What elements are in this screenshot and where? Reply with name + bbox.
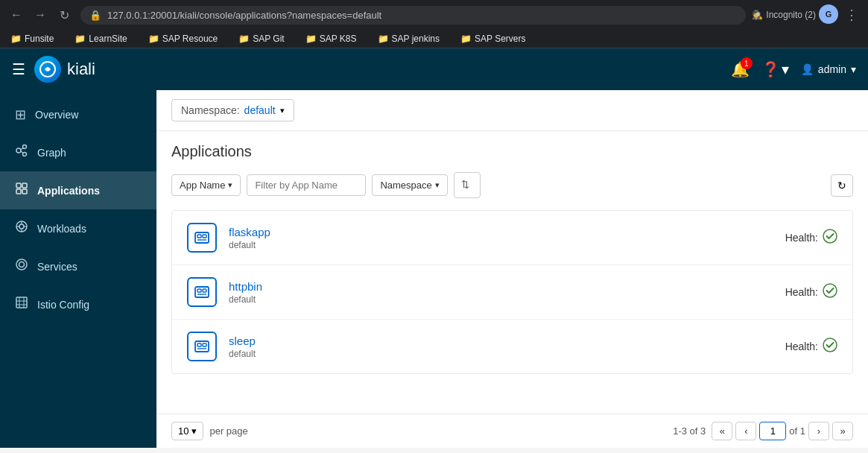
address-bar[interactable]: 🔒 127.0.0.1:20001/kiali/console/applicat…: [80, 6, 746, 25]
folder-icon: 📁: [75, 34, 86, 44]
namespace-bar: Namespace: default ▾: [156, 90, 868, 131]
bookmark-label: SAP jenkins: [392, 34, 440, 44]
namespace-chevron-icon: ▾: [280, 106, 285, 115]
overview-icon: ⊞: [15, 107, 26, 123]
svg-line-4: [21, 148, 23, 151]
sidebar-item-graph[interactable]: Graph: [0, 133, 156, 171]
lock-icon: 🔒: [89, 10, 101, 21]
bookmark-label: Funsite: [25, 34, 54, 44]
sidebar-label-workloads: Workloads: [37, 223, 86, 235]
app-icon-flaskapp: [187, 223, 217, 253]
namespace-dropdown[interactable]: Namespace: default ▾: [171, 99, 294, 121]
pagination-of-label: of 1: [789, 425, 805, 437]
svg-point-33: [823, 284, 837, 297]
sidebar-label-services: Services: [37, 261, 77, 273]
more-button[interactable]: ⋮: [841, 4, 862, 25]
bookmark-learnsite[interactable]: 📁LearnSite: [70, 32, 131, 45]
folder-icon: 📁: [238, 34, 250, 44]
app-name-filter-dropdown[interactable]: App Name ▾: [171, 174, 241, 196]
sidebar-item-overview[interactable]: ⊞ Overview: [0, 96, 156, 133]
user-label: admin: [818, 63, 846, 75]
user-menu-button[interactable]: 👤 admin ▾: [801, 63, 856, 75]
namespace-filter-label: Namespace: [380, 180, 431, 191]
prev-page-button[interactable]: ‹: [735, 422, 756, 440]
reload-button[interactable]: ↻: [54, 4, 75, 25]
incognito-indicator: 🕵 Incognito (2): [752, 4, 816, 25]
sidebar-item-workloads[interactable]: Workloads: [0, 209, 156, 247]
svg-line-5: [21, 151, 23, 153]
folder-icon: 📁: [10, 34, 22, 44]
app-name-flaskapp[interactable]: flaskapp: [229, 226, 773, 238]
svg-rect-18: [16, 297, 27, 308]
svg-rect-6: [16, 183, 21, 188]
bookmark-sap-servers[interactable]: 📁SAP Servers: [456, 32, 530, 45]
health-info-flaskapp: Health:: [785, 229, 837, 247]
notification-button[interactable]: 🔔 1: [731, 60, 750, 78]
kiali-logo-icon: [34, 56, 61, 83]
last-page-button[interactable]: »: [832, 422, 853, 440]
graph-icon: [15, 144, 28, 161]
hamburger-button[interactable]: ☰: [12, 60, 25, 78]
app-namespace-httpbin: default: [229, 294, 773, 305]
pagination-info: 1-3 of 3: [673, 425, 706, 437]
app-list-item-flaskapp: flaskapp default Health:: [172, 211, 852, 265]
app-name-sleep[interactable]: sleep: [229, 335, 773, 347]
bookmark-label: LearnSite: [89, 34, 127, 44]
svg-rect-35: [197, 343, 201, 346]
refresh-button[interactable]: ↻: [831, 174, 853, 197]
refresh-icon: ↻: [837, 180, 846, 191]
app-header: ☰ kiali 🔔 1 ❓ ▾ 👤: [0, 48, 868, 90]
first-page-button[interactable]: «: [712, 422, 732, 440]
health-label-sleep: Health:: [785, 340, 818, 352]
per-page-dropdown[interactable]: 10 ▾: [171, 422, 203, 440]
svg-rect-31: [203, 289, 206, 292]
bookmark-sap-jenkins[interactable]: 📁SAP jenkins: [373, 32, 444, 45]
filter-bar: App Name ▾ Namespace ▾ ⇅: [171, 172, 853, 198]
app-name-httpbin[interactable]: httpbin: [229, 280, 773, 293]
bookmark-label: SAP K8S: [320, 34, 357, 44]
bookmark-funsite[interactable]: 📁Funsite: [6, 32, 58, 45]
bookmark-sap-resource[interactable]: 📁SAP Resouce: [144, 32, 223, 45]
svg-point-1: [16, 148, 21, 153]
app-wrapper: ☰ kiali 🔔 1 ❓ ▾ 👤: [0, 48, 868, 448]
browser-profile[interactable]: G: [819, 4, 838, 24]
notification-badge: 1: [741, 57, 753, 69]
page-number-input[interactable]: [759, 422, 786, 440]
kiali-logo-text: kiali: [67, 60, 95, 79]
health-label-httpbin: Health:: [785, 286, 818, 298]
svg-text:⇅: ⇅: [461, 179, 469, 190]
browser-nav-buttons: ← → ↻: [6, 4, 75, 25]
svg-rect-7: [22, 183, 27, 188]
workloads-icon: [15, 220, 28, 237]
svg-point-3: [23, 153, 27, 156]
sidebar-item-applications[interactable]: Applications: [0, 171, 156, 209]
svg-rect-36: [203, 343, 206, 346]
filter-by-app-name-input[interactable]: [247, 174, 366, 196]
sidebar-item-istio-config[interactable]: Istio Config: [0, 285, 156, 323]
svg-rect-26: [203, 235, 206, 238]
health-icon-httpbin: [823, 283, 837, 302]
bookmark-sap-git[interactable]: 📁SAP Git: [234, 32, 288, 45]
sort-button[interactable]: ⇅: [454, 172, 481, 198]
next-page-button[interactable]: ›: [808, 422, 829, 440]
app-namespace-flaskapp: default: [229, 240, 773, 250]
health-icon-sleep: [823, 338, 837, 356]
browser-actions: 🕵 Incognito (2) G ⋮: [752, 4, 862, 25]
namespace-filter-dropdown[interactable]: Namespace ▾: [372, 174, 447, 196]
bookmark-sap-k8s[interactable]: 📁SAP K8S: [301, 32, 361, 45]
header-right: 🔔 1 ❓ ▾ 👤 admin ▾: [731, 60, 856, 78]
help-button[interactable]: ❓ ▾: [761, 60, 789, 78]
health-icon-flaskapp: [823, 229, 837, 247]
per-page-value: 10: [178, 425, 189, 437]
back-button[interactable]: ←: [6, 4, 27, 25]
svg-point-11: [19, 224, 24, 229]
forward-button[interactable]: →: [30, 4, 51, 25]
app-info-flaskapp: flaskapp default: [229, 226, 773, 250]
istio-config-icon: [15, 296, 28, 313]
address-text: 127.0.0.1:20001/kiali/console/applicatio…: [107, 10, 381, 21]
kiali-logo: kiali: [34, 56, 95, 83]
sidebar-label-applications: Applications: [37, 185, 100, 197]
app-name-filter-chevron-icon: ▾: [228, 180, 232, 190]
browser-chrome: ← → ↻ 🔒 127.0.0.1:20001/kiali/console/ap…: [0, 0, 868, 48]
sidebar-item-services[interactable]: Services: [0, 247, 156, 285]
